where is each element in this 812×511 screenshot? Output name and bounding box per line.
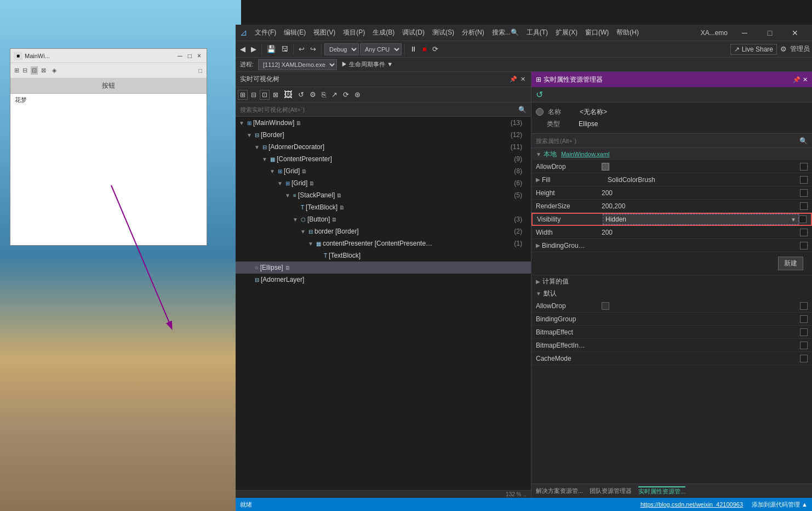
menu-file[interactable]: 文件(F) [251,27,279,38]
tree-tb-icon11[interactable]: ⊛ [352,89,363,100]
menu-search[interactable]: 搜索...🔍 [489,27,522,38]
new-button[interactable]: 新建 [778,257,803,270]
props-default-bindinggroup-checkbox[interactable] [800,315,808,323]
tree-node-button[interactable]: ▼ ⬡ [Button] 🗎 (3) [236,213,531,225]
tree-node-contentpresenter[interactable]: ▼ ▦ [ContentPresenter] (9) [236,153,531,165]
preview-tb-icon1[interactable]: ⊞ [14,67,19,74]
props-search-icon[interactable]: 🔍 [799,137,808,145]
tb-save-btn[interactable]: 💾 [265,44,278,54]
tree-node-textblock2[interactable]: ▶ T [TextBlock] [236,249,531,262]
process-select[interactable]: [1112] XAMLDemo.exe [258,59,337,70]
props-default-row-allowdrop[interactable]: AllowDrop [531,299,812,313]
preview-controls[interactable]: ─ □ × [175,52,203,60]
tree-tb-icon8[interactable]: ⎘ [319,89,328,100]
menu-build[interactable]: 生成(B) [369,27,398,38]
bottom-tab-team[interactable]: 团队资源管理器 [590,487,632,495]
props-bindinggroup-checkbox[interactable] [800,242,808,249]
menu-analyze[interactable]: 分析(N) [459,27,488,38]
tb-settings-btn[interactable]: ⚙ [778,44,789,54]
preview-restore-btn[interactable]: □ [186,52,194,60]
tree-node-stackpanel[interactable]: ▼ ≡ [StackPanel] 🗎 (5) [236,189,531,201]
visibility-dropdown-arrow[interactable]: ▼ [791,217,796,223]
menu-help[interactable]: 帮助(H) [613,27,642,38]
props-default-allowdrop-checkbox[interactable] [800,302,808,310]
props-default-bitmapeffectin-checkbox[interactable] [800,342,808,349]
tree-tb-icon3[interactable]: ⊡ [260,90,270,100]
props-row-visibility[interactable]: Visibility Hidden ▼ [531,213,812,226]
props-close-btn[interactable]: ✕ [803,76,808,83]
platform-select[interactable]: Any CPU [360,43,402,55]
debug-config-select[interactable]: Debug [324,43,359,55]
props-width-checkbox[interactable] [800,229,808,236]
tree-tb-icon7[interactable]: ⚙ [307,89,318,100]
preview-tb-icon6[interactable]: □ [196,67,204,74]
bottom-tab-props[interactable]: 实时属性资源管... [638,486,685,496]
lifecycle-label[interactable]: ▶ 生命周期事件 ▼ [341,60,393,69]
props-row-fill[interactable]: ▶ Fill SolidColorBrush [531,173,812,186]
preview-tb-icon2[interactable]: ⊟ [22,67,27,74]
props-default-row-bitmapeffect[interactable]: BitmapEffect [531,326,812,339]
tree-node-border[interactable]: ▼ ⊟ [Border] (12) [236,129,531,141]
tb-undo-btn[interactable]: ↩ [296,44,307,54]
props-default-row-cachemode[interactable]: CacheMode [531,352,812,365]
tree-tb-icon9[interactable]: ↗ [329,89,340,100]
tree-node-ellipse[interactable]: ▶ ○ [Ellipse] 🗎 [236,262,531,274]
tb-stop-btn[interactable]: ■ [420,44,429,54]
props-row-rendersize[interactable]: RenderSize 200,200 [531,200,812,213]
tree-tb-icon6[interactable]: ↺ [296,89,306,100]
props-visibility-checkbox[interactable] [799,215,807,223]
tb-save-all-btn[interactable]: 🖫 [279,44,290,54]
admin-label[interactable]: 管理员 [790,44,810,54]
tree-node-adornerdecorator[interactable]: ▼ ⊟ [AdornerDecorator] (11) [236,141,531,153]
preview-close-btn[interactable]: × [195,52,203,60]
props-row-width[interactable]: Width 200 [531,226,812,239]
tree-tb-icon1[interactable]: ⊞ [238,90,248,100]
preview-tb-icon4[interactable]: ⊠ [41,67,46,74]
tree-tb-icon5[interactable]: 🖼 [282,89,295,101]
tree-node-adornerlayer[interactable]: ▶ ⊟ [AdornerLayer] [236,274,531,286]
tree-search-input[interactable] [240,106,518,113]
props-section-default-header[interactable]: ▼ 默认 [531,287,812,299]
tree-node-contentpresenter2[interactable]: ▼ ▦ contentPresenter [ContentPresente… (… [236,237,531,249]
props-row-height[interactable]: Height 200 [531,186,812,200]
props-row-allowdrop[interactable]: AllowDrop [531,160,812,173]
props-default-bitmapeffect-checkbox[interactable] [800,328,808,336]
tree-tb-icon10[interactable]: ⟳ [341,89,351,100]
tb-redo-btn[interactable]: ↪ [308,44,318,54]
restore-btn[interactable]: □ [757,25,782,41]
props-rendersize-checkbox[interactable] [800,202,808,210]
menu-window[interactable]: 窗口(W) [582,27,612,38]
menu-view[interactable]: 视图(V) [310,27,339,38]
tb-restart-btn[interactable]: ⟳ [430,44,441,54]
preview-minimize-btn[interactable]: ─ [175,52,185,60]
tree-node-textblock1[interactable]: ▶ T [TextBlock] 🗎 [236,201,531,213]
panel-close-btn[interactable]: ✕ [519,75,527,84]
props-visibility-value[interactable]: Hidden ▼ [603,214,799,225]
menu-extensions[interactable]: 扩展(X) [552,27,581,38]
tree-node-grid2[interactable]: ▼ ⊞ [Grid] 🗎 (6) [236,177,531,189]
close-btn[interactable]: ✕ [782,25,808,41]
status-link[interactable]: https://blog.csdn.net/weixin_42100963 [641,501,743,508]
props-search-input[interactable] [536,138,799,144]
tree-node-border2[interactable]: ▼ ⊟ border [Border] (2) [236,225,531,237]
props-allowdrop-checkbox[interactable] [800,163,808,171]
preview-tb-icon5[interactable]: ◈ [52,67,56,74]
tree-tb-icon4[interactable]: ⊠ [271,90,281,100]
status-source-control[interactable]: 添加到源代码管理 ▲ [752,501,808,509]
menu-edit[interactable]: 编辑(E) [281,27,309,38]
live-share-button[interactable]: ↗ Live Share [730,44,777,55]
panel-pin-btn[interactable]: 📌 [508,75,518,84]
props-fill-checkbox[interactable] [800,176,808,184]
minimize-btn[interactable]: ─ [732,25,757,41]
tb-forward-btn[interactable]: ▶ [249,44,259,54]
tree-node-grid1[interactable]: ▼ ⊞ [Grid] 🗎 (8) [236,165,531,177]
props-section-local-file[interactable]: MainWindow.xaml [561,151,610,157]
tree-search-icon[interactable]: 🔍 [518,106,527,113]
menu-debug[interactable]: 调试(D) [399,27,428,38]
bottom-tab-solution[interactable]: 解决方案资源管... [536,487,583,495]
tb-back-btn[interactable]: ◀ [238,44,248,54]
props-default-cachemode-checkbox[interactable] [800,355,808,362]
tree-tb-icon2[interactable]: ⊟ [249,90,259,100]
props-row-bindinggroup[interactable]: ▶ BindingGrou… [531,239,812,252]
menu-test[interactable]: 测试(S) [429,27,458,38]
